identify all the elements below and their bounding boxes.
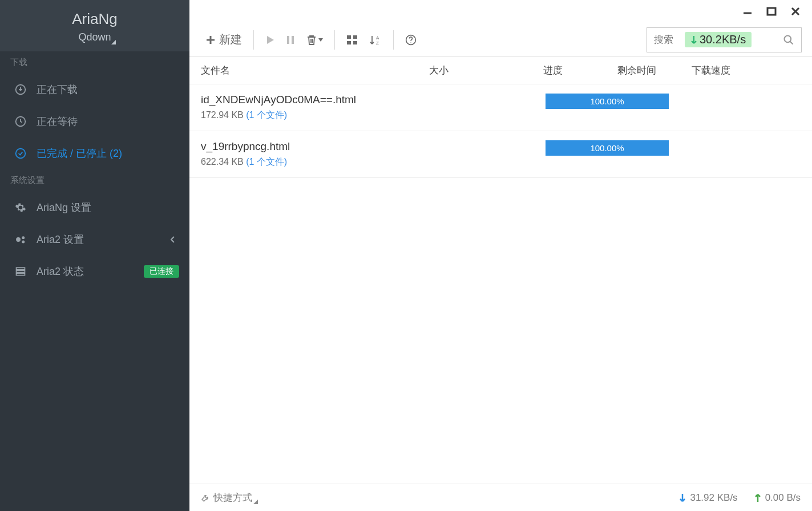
progress-value: 100.00% — [590, 96, 624, 106]
task-size: 172.94 KB — [201, 110, 244, 120]
app-title: AriaNg — [0, 10, 189, 28]
svg-rect-6 — [17, 267, 25, 269]
progress-bar: 100.00% — [546, 140, 669, 156]
new-task-button[interactable]: 新建 — [200, 29, 248, 51]
shortcut-label: 快捷方式 — [213, 491, 252, 504]
svg-point-3 — [16, 237, 21, 242]
search-icon[interactable] — [783, 34, 794, 46]
column-name[interactable]: 文件名 — [201, 64, 429, 77]
svg-rect-7 — [17, 270, 25, 272]
task-filename: id_XNDEwNjAyODc0MA==.html — [201, 94, 543, 106]
progress-value: 100.00% — [590, 143, 624, 153]
brand-header[interactable]: AriaNg Qdown — [0, 0, 189, 51]
gears-icon — [13, 234, 29, 245]
sidebar-item-label: Aria2 状态 — [37, 265, 84, 278]
sidebar-item-label: 正在等待 — [37, 115, 78, 128]
sidebar-section-downloads: 下载 — [0, 51, 189, 74]
start-button[interactable] — [260, 31, 280, 48]
sidebar-item-waiting[interactable]: 正在等待 — [0, 106, 189, 137]
toolbar-separator — [393, 30, 394, 50]
app-subtitle[interactable]: Qdown — [78, 31, 111, 43]
task-list: id_XNDEwNjAyODc0MA==.html 172.94 KB (1 个… — [189, 84, 812, 484]
sidebar-item-ariang-settings[interactable]: AriaNg 设置 — [0, 192, 189, 224]
svg-rect-8 — [17, 273, 25, 275]
column-speed[interactable]: 下载速度 — [692, 64, 760, 77]
window-titlebar — [189, 0, 812, 23]
speed-overlay-value: 30.2KB/s — [700, 33, 746, 46]
shortcut-button[interactable]: 快捷方式 — [201, 491, 252, 504]
sidebar-item-finished[interactable]: 已完成 / 已停止 (2) — [0, 137, 189, 169]
upload-speed-stat[interactable]: 0.00 B/s — [754, 492, 801, 504]
progress-bar: 100.00% — [546, 94, 669, 109]
table-header: 文件名 大小 进度 剩余时间 下载速度 — [189, 57, 812, 84]
toolbar-separator — [253, 30, 254, 50]
svg-rect-11 — [292, 36, 294, 44]
arrow-up-icon — [754, 493, 762, 502]
sidebar-item-label: 正在下载 — [37, 83, 78, 96]
sidebar: AriaNg Qdown 下载 正在下载 正在等待 已完成 / 已停止 (2) … — [0, 0, 189, 511]
column-size[interactable]: 大小 — [429, 64, 543, 77]
task-file-count[interactable]: (1 个文件) — [246, 110, 287, 120]
gear-icon — [13, 202, 29, 213]
svg-rect-15 — [353, 41, 357, 44]
sidebar-item-label: Aria2 设置 — [37, 233, 84, 246]
main-area: 新建 AZ — [189, 0, 812, 511]
svg-rect-14 — [347, 41, 351, 44]
clock-icon — [13, 116, 29, 127]
task-filename: v_19rrbypncg.html — [201, 140, 543, 153]
download-speed-stat[interactable]: 31.92 KB/s — [678, 492, 737, 504]
table-row[interactable]: id_XNDEwNjAyODc0MA==.html 172.94 KB (1 个… — [189, 84, 812, 131]
sort-button[interactable]: AZ — [363, 31, 387, 49]
download-circle-icon — [13, 84, 29, 95]
column-remaining[interactable]: 剩余时间 — [617, 64, 692, 77]
search-input[interactable] — [654, 34, 688, 46]
svg-rect-9 — [767, 8, 775, 15]
view-grid-button[interactable] — [341, 31, 363, 48]
window-maximize-icon[interactable] — [766, 6, 777, 17]
new-task-label: 新建 — [219, 32, 242, 47]
svg-point-19 — [785, 35, 791, 42]
server-icon — [13, 266, 29, 277]
sidebar-item-label: AriaNg 设置 — [37, 201, 91, 214]
task-size: 622.34 KB — [201, 157, 244, 167]
svg-rect-13 — [353, 35, 357, 39]
pause-button[interactable] — [280, 31, 301, 48]
svg-point-2 — [16, 149, 26, 159]
sidebar-item-label: 已完成 / 已停止 (2) — [37, 147, 122, 160]
wrench-icon — [201, 493, 210, 502]
task-file-count[interactable]: (1 个文件) — [246, 157, 287, 167]
svg-point-4 — [22, 236, 25, 239]
sidebar-section-system: 系统设置 — [0, 169, 189, 192]
svg-rect-12 — [347, 35, 351, 39]
column-progress[interactable]: 进度 — [543, 64, 617, 77]
toolbar: 新建 AZ — [189, 23, 812, 57]
speed-overlay: 30.2KB/s — [685, 32, 752, 47]
toolbar-separator — [334, 30, 335, 50]
upload-speed-value: 0.00 B/s — [765, 492, 801, 504]
window-minimize-icon[interactable] — [742, 6, 753, 17]
svg-text:Z: Z — [376, 40, 379, 46]
window-close-icon[interactable] — [790, 6, 801, 17]
search-box[interactable]: 30.2KB/s — [647, 27, 802, 52]
svg-text:A: A — [376, 35, 379, 40]
svg-rect-10 — [287, 36, 289, 44]
sidebar-item-aria2-status[interactable]: Aria2 状态 已连接 — [0, 256, 189, 287]
table-row[interactable]: v_19rrbypncg.html 622.34 KB (1 个文件) 100.… — [189, 131, 812, 178]
svg-point-5 — [22, 240, 25, 243]
sidebar-item-downloading[interactable]: 正在下载 — [0, 74, 189, 106]
delete-button[interactable] — [301, 31, 329, 49]
download-speed-value: 31.92 KB/s — [690, 492, 737, 504]
arrow-down-icon — [678, 493, 686, 502]
chevron-left-icon — [170, 236, 176, 244]
check-circle-icon — [13, 148, 29, 159]
help-button[interactable] — [399, 31, 422, 49]
status-bar: 快捷方式 31.92 KB/s 0.00 B/s — [189, 484, 812, 511]
status-badge: 已连接 — [144, 265, 179, 278]
sidebar-item-aria2-settings[interactable]: Aria2 设置 — [0, 224, 189, 256]
